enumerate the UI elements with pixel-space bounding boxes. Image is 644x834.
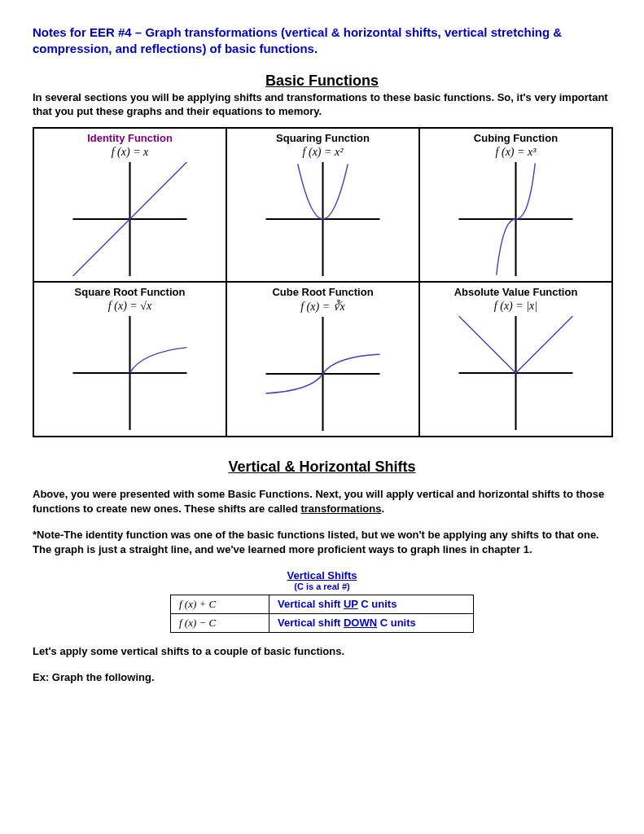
table-row: f (x) + C Vertical shift UP C units	[171, 595, 474, 613]
fn-equation: f (x) = |x|	[423, 300, 608, 313]
desc-key: UP	[344, 598, 358, 610]
fn-equation: f (x) = √x	[37, 300, 222, 313]
para1-c: .	[381, 503, 384, 515]
desc-post: C units	[358, 598, 397, 610]
fn-equation: f (x) = ∛x	[230, 300, 415, 314]
fn-equation: f (x) = x	[37, 146, 222, 159]
desc-pre: Vertical shift	[278, 598, 344, 610]
graph-cbrt	[230, 317, 415, 431]
shifts-para1: Above, you were presented with some Basi…	[33, 487, 611, 516]
fn-title: Cube Root Function	[230, 286, 415, 298]
cell-identity: Identity Function f (x) = x	[33, 128, 226, 282]
fn-title: Cubing Function	[423, 132, 608, 144]
fn-title: Absolute Value Function	[423, 286, 608, 298]
shifts-para4: Ex: Graph the following.	[33, 670, 611, 685]
graph-abs	[423, 316, 608, 430]
cell-squaring: Squaring Function f (x) = x²	[226, 128, 419, 282]
intro-text: In several sections you will be applying…	[33, 91, 611, 119]
para1-b: transformations	[300, 503, 381, 515]
graph-cubing	[423, 162, 608, 276]
section-heading-basic: Basic Functions	[33, 72, 611, 90]
desc-pre: Vertical shift	[278, 617, 344, 629]
document-title: Notes for EER #4 – Graph transformations…	[33, 24, 611, 56]
fn-equation: f (x) = x²	[230, 146, 415, 159]
cell-sqrt: Square Root Function f (x) = √x	[33, 282, 226, 437]
page: Notes for EER #4 – Graph transformations…	[0, 0, 644, 721]
fn-equation: f (x) = x³	[423, 146, 608, 159]
graph-sqrt	[37, 316, 222, 430]
vertical-shifts-heading: Vertical Shifts	[33, 569, 611, 582]
section-heading-shifts: Vertical & Horizontal Shifts	[33, 459, 611, 476]
shifts-para2: *Note-The identity function was one of t…	[33, 528, 611, 557]
cell-abs: Absolute Value Function f (x) = |x|	[419, 282, 612, 437]
fn-title: Identity Function	[37, 132, 222, 144]
graph-identity	[37, 162, 222, 276]
fn-title: Squaring Function	[230, 132, 415, 144]
cell-cbrt: Cube Root Function f (x) = ∛x	[226, 282, 419, 437]
shift-desc: Vertical shift UP C units	[269, 595, 474, 613]
desc-key: DOWN	[344, 617, 377, 629]
graph-squaring	[230, 162, 415, 276]
vertical-shifts-sub: (C is a real #)	[33, 582, 611, 591]
shift-eq: f (x) + C	[171, 595, 269, 613]
table-row: f (x) − C Vertical shift DOWN C units	[171, 613, 474, 632]
shift-table: f (x) + C Vertical shift UP C units f (x…	[170, 595, 474, 633]
cell-cubing: Cubing Function f (x) = x³	[419, 128, 612, 282]
shifts-para3: Let's apply some vertical shifts to a co…	[33, 644, 611, 659]
desc-post: C units	[377, 617, 416, 629]
shift-eq: f (x) − C	[171, 613, 269, 632]
fn-title: Square Root Function	[37, 286, 222, 298]
functions-grid: Identity Function f (x) = x Squaring Fun…	[33, 127, 613, 437]
shift-desc: Vertical shift DOWN C units	[269, 613, 474, 632]
